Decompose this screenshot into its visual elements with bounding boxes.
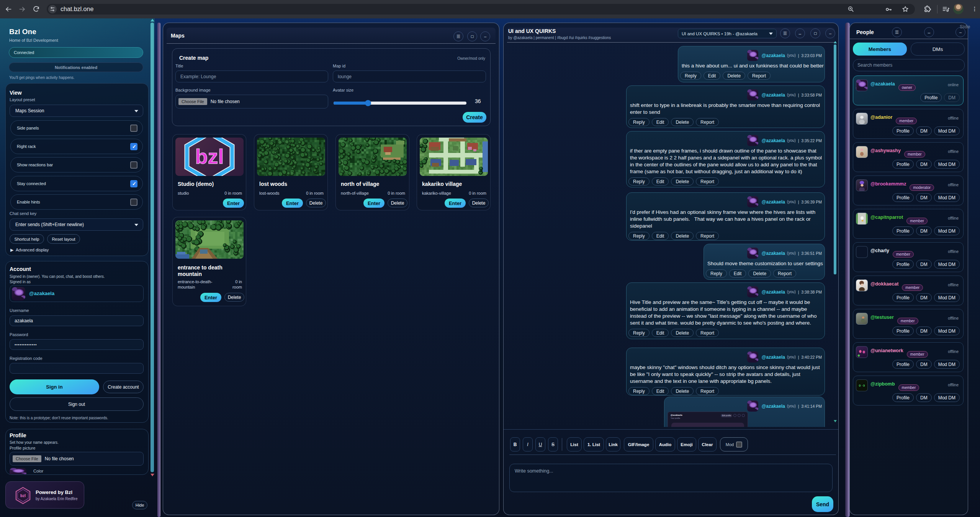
svg-text:bzl: bzl	[195, 145, 224, 168]
svg-text:bzl: bzl	[20, 494, 26, 498]
